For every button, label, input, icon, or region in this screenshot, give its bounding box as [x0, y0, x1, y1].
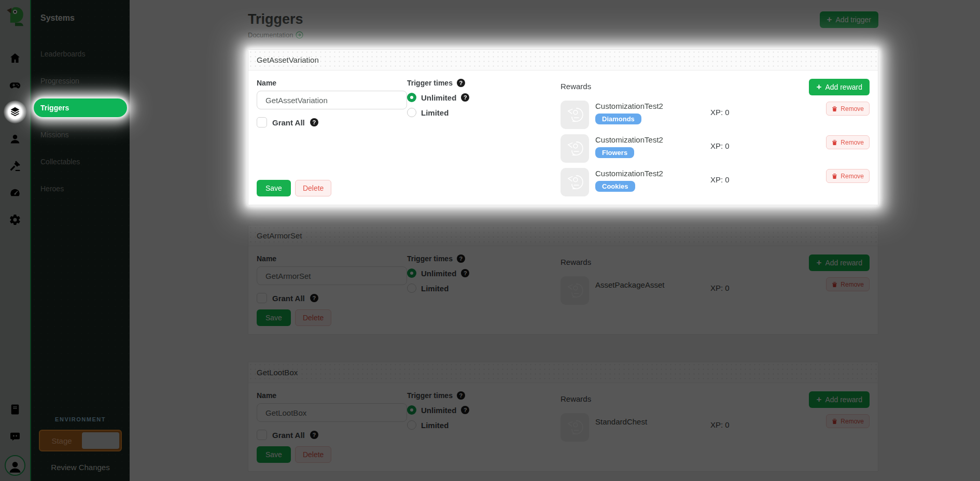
systems-sidebar: Systems Leaderboards Progression Trigger… [30, 0, 130, 481]
save-button[interactable]: Save [257, 180, 291, 196]
sidebar-item-triggers[interactable]: Triggers [34, 98, 127, 117]
plus-icon: + [816, 83, 821, 91]
trigger-name-input[interactable] [257, 266, 407, 285]
gear-icon[interactable] [4, 208, 26, 231]
grant-all-label: Grant All [272, 431, 305, 440]
remove-reward-button[interactable]: Remove [826, 414, 870, 428]
help-icon[interactable]: ? [461, 406, 469, 414]
rewards-heading: Rewards [561, 258, 591, 266]
gamepad-icon[interactable] [4, 74, 26, 96]
remove-reward-button[interactable]: Remove [826, 102, 870, 116]
trigger-card-getarmorset: GetArmorSet Name Grant All ? Save Delete [248, 225, 878, 335]
remove-reward-button[interactable]: Remove [826, 277, 870, 291]
trigger-times-label: Trigger times [407, 79, 453, 87]
limited-label: Limited [421, 108, 449, 117]
unlimited-radio[interactable] [407, 405, 416, 415]
home-icon[interactable] [4, 47, 26, 69]
reward-xp: XP: 0 [710, 134, 788, 150]
trigger-times-label: Trigger times [407, 254, 453, 263]
environment-toggle-knob[interactable] [82, 432, 119, 449]
reward-row: StandardChest XP: 0 Remove [561, 413, 870, 442]
grant-all-label: Grant All [272, 118, 305, 127]
save-button[interactable]: Save [257, 309, 291, 326]
icon-rail [0, 0, 30, 481]
reward-thumbnail-parrot-icon [561, 276, 589, 305]
sidebar-item-missions[interactable]: Missions [34, 125, 127, 144]
name-label: Name [257, 254, 407, 263]
reward-row: AssetPackageAsset XP: 0 Remove [561, 276, 870, 305]
help-icon[interactable]: ? [457, 391, 465, 400]
plus-icon: + [816, 259, 821, 266]
environment-toggle[interactable]: Stage [39, 430, 122, 451]
sidebar-nav: Leaderboards Progression Triggers Missio… [31, 40, 130, 202]
grant-all-label: Grant All [272, 294, 305, 303]
help-icon[interactable]: ? [310, 118, 318, 126]
help-icon[interactable]: ? [457, 79, 465, 87]
limited-radio[interactable] [407, 284, 416, 293]
rewards-heading: Rewards [561, 394, 591, 403]
unlimited-radio[interactable] [407, 93, 416, 102]
help-icon[interactable]: ? [457, 254, 465, 263]
page-header: Triggers Documentation + Add trigger [248, 11, 878, 39]
gauge-icon[interactable] [4, 181, 26, 204]
avatar[interactable] [5, 455, 25, 476]
limited-radio[interactable] [407, 420, 416, 430]
add-reward-button[interactable]: + Add reward [809, 391, 870, 408]
unlimited-label: Unlimited [421, 406, 456, 415]
trash-icon [832, 418, 837, 425]
trash-icon [832, 139, 837, 146]
remove-reward-button[interactable]: Remove [826, 169, 870, 183]
environment-value: Stage [41, 436, 82, 445]
grant-all-checkbox[interactable] [257, 430, 267, 440]
layers-icon[interactable] [4, 101, 26, 123]
name-label: Name [257, 79, 407, 87]
grant-all-checkbox[interactable] [257, 293, 267, 303]
reward-name: StandardChest [595, 417, 647, 426]
person-icon[interactable] [4, 128, 26, 150]
delete-button[interactable]: Delete [295, 446, 331, 463]
sidebar-item-heroes[interactable]: Heroes [34, 179, 127, 198]
discord-icon[interactable] [4, 425, 26, 448]
help-icon[interactable]: ? [310, 431, 318, 439]
remove-reward-button[interactable]: Remove [826, 135, 870, 149]
add-trigger-button[interactable]: + Add trigger [820, 11, 878, 28]
reward-name: AssetPackageAsset [595, 280, 664, 289]
reward-name: CustomizationTest2 [595, 102, 663, 110]
review-changes-button[interactable]: Review Changes [51, 463, 109, 472]
book-icon[interactable] [4, 398, 26, 421]
sidebar-item-collectables[interactable]: Collectables [34, 152, 127, 171]
environment-label: ENVIRONMENT [55, 416, 106, 422]
limited-radio[interactable] [407, 108, 416, 117]
delete-button[interactable]: Delete [295, 180, 331, 196]
reward-badge: Diamonds [595, 114, 641, 124]
help-icon[interactable]: ? [461, 93, 469, 102]
add-reward-button[interactable]: + Add reward [809, 79, 870, 95]
reward-xp: XP: 0 [710, 168, 788, 184]
lootlocker-parrot-logo[interactable] [4, 4, 26, 29]
card-title: GetLootBox [248, 362, 878, 383]
trigger-card-getlootbox: GetLootBox Name Grant All ? Save Delete [248, 362, 878, 472]
reward-badge: Flowers [595, 147, 634, 158]
sidebar-item-leaderboards[interactable]: Leaderboards [34, 45, 127, 63]
main-content: Triggers Documentation + Add trigger Get… [130, 0, 980, 481]
documentation-label: Documentation [248, 31, 293, 39]
trigger-name-input[interactable] [257, 403, 407, 422]
documentation-link[interactable]: Documentation [248, 31, 303, 39]
help-icon[interactable]: ? [310, 294, 318, 302]
trigger-times-label: Trigger times [407, 391, 453, 400]
sidebar-item-progression[interactable]: Progression [34, 72, 127, 90]
name-label: Name [257, 391, 407, 400]
help-icon[interactable]: ? [461, 269, 469, 277]
save-button[interactable]: Save [257, 446, 291, 463]
unlimited-label: Unlimited [421, 93, 456, 102]
unlimited-radio[interactable] [407, 268, 416, 278]
unlimited-label: Unlimited [421, 269, 456, 278]
delete-button[interactable]: Delete [295, 309, 331, 326]
plus-icon: + [827, 16, 832, 23]
reward-row: CustomizationTest2 Diamonds XP: 0 Remove [561, 101, 870, 129]
add-reward-button[interactable]: + Add reward [809, 254, 870, 271]
gavel-icon[interactable] [4, 154, 26, 177]
reward-thumbnail-parrot-icon [561, 101, 589, 129]
grant-all-checkbox[interactable] [257, 117, 267, 128]
trigger-name-input[interactable] [257, 91, 407, 109]
